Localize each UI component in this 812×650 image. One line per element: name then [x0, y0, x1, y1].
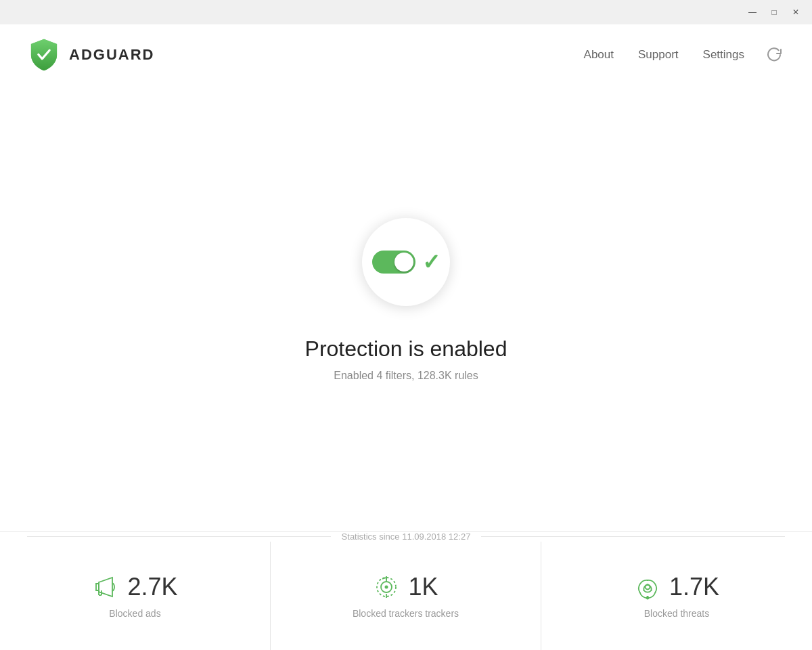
blocked-ads-value: 2.7K — [127, 573, 177, 601]
refresh-icon — [767, 47, 782, 62]
stat-blocked-ads: 2.7K Blocked ads — [0, 542, 271, 650]
settings-link[interactable]: Settings — [698, 45, 750, 64]
svg-point-7 — [385, 586, 388, 589]
app-window: ADGUARD About Support Settings — [0, 24, 812, 650]
stat-blocked-threats: 1.7K Blocked threats — [541, 542, 812, 650]
restore-button[interactable]: □ — [763, 3, 785, 22]
divider-line-left — [27, 536, 331, 537]
stats-since-label: Statistics since 11.09.2018 12:27 — [331, 532, 482, 542]
logo: ADGUARD — [27, 38, 154, 72]
about-link[interactable]: About — [579, 45, 619, 64]
svg-point-10 — [646, 597, 648, 599]
stats-divider: Statistics since 11.09.2018 12:27 — [0, 532, 812, 542]
close-button[interactable]: ✕ — [785, 3, 807, 22]
titlebar: — □ ✕ — [0, 0, 812, 24]
divider-line-right — [481, 536, 785, 537]
stat-threats-top: 1.7K — [634, 573, 719, 601]
toggle-area: ✓ — [372, 249, 441, 275]
nav-menu: About Support Settings — [579, 44, 785, 66]
toggle-thumb — [394, 253, 413, 272]
adguard-logo-icon — [27, 38, 61, 72]
target-icon — [373, 573, 400, 601]
stat-trackers-top: 1K — [373, 573, 438, 601]
protection-section: ✓ Protection is enabled Enabled 4 filter… — [0, 85, 812, 531]
stats-grid: 2.7K Blocked ads 1K Block — [0, 542, 812, 650]
check-icon: ✓ — [422, 249, 441, 275]
blocked-threats-label: Blocked threats — [644, 608, 710, 619]
toggle-circle: ✓ — [362, 218, 450, 306]
protection-title: Protection is enabled — [305, 337, 508, 362]
stat-blocked-trackers: 1K Blocked trackers trackers — [271, 542, 541, 650]
stats-section: Statistics since 11.09.2018 12:27 2.7K — [0, 531, 812, 650]
toggle-container: ✓ — [352, 208, 460, 316]
refresh-button[interactable] — [763, 44, 785, 66]
header: ADGUARD About Support Settings — [0, 24, 812, 85]
stat-ads-top: 2.7K — [92, 573, 177, 601]
protection-toggle[interactable] — [372, 251, 415, 274]
support-link[interactable]: Support — [633, 45, 684, 64]
minimize-button[interactable]: — — [742, 3, 763, 22]
protection-subtitle: Enabled 4 filters, 128.3K rules — [334, 370, 478, 382]
logo-text: ADGUARD — [69, 46, 154, 64]
blocked-ads-label: Blocked ads — [109, 608, 160, 619]
biohazard-icon — [634, 573, 661, 601]
megaphone-icon — [92, 573, 119, 601]
blocked-threats-value: 1.7K — [669, 573, 719, 601]
blocked-trackers-label: Blocked trackers trackers — [353, 608, 459, 619]
blocked-trackers-value: 1K — [408, 573, 438, 601]
